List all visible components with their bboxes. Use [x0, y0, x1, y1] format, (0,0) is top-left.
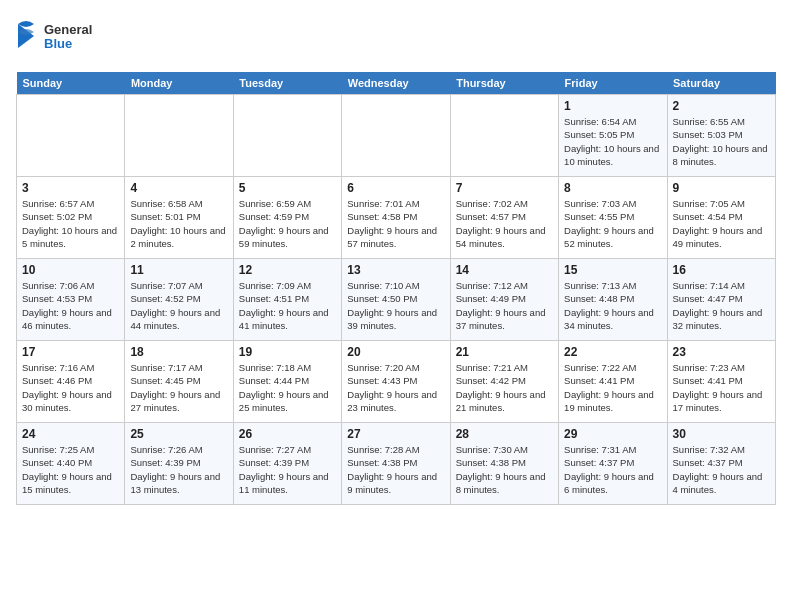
day-detail: Sunrise: 7:26 AM Sunset: 4:39 PM Dayligh…	[130, 443, 227, 496]
calendar-cell: 13Sunrise: 7:10 AM Sunset: 4:50 PM Dayli…	[342, 259, 450, 341]
calendar-cell: 22Sunrise: 7:22 AM Sunset: 4:41 PM Dayli…	[559, 341, 667, 423]
day-number: 20	[347, 345, 444, 359]
day-number: 22	[564, 345, 661, 359]
day-number: 7	[456, 181, 553, 195]
day-detail: Sunrise: 7:21 AM Sunset: 4:42 PM Dayligh…	[456, 361, 553, 414]
day-number: 27	[347, 427, 444, 441]
calendar-cell	[450, 95, 558, 177]
calendar-cell: 17Sunrise: 7:16 AM Sunset: 4:46 PM Dayli…	[17, 341, 125, 423]
logo: General Blue	[16, 16, 96, 60]
header-friday: Friday	[559, 72, 667, 95]
day-number: 26	[239, 427, 336, 441]
calendar-cell: 23Sunrise: 7:23 AM Sunset: 4:41 PM Dayli…	[667, 341, 775, 423]
header-wednesday: Wednesday	[342, 72, 450, 95]
day-detail: Sunrise: 7:16 AM Sunset: 4:46 PM Dayligh…	[22, 361, 119, 414]
calendar-cell: 14Sunrise: 7:12 AM Sunset: 4:49 PM Dayli…	[450, 259, 558, 341]
day-detail: Sunrise: 7:25 AM Sunset: 4:40 PM Dayligh…	[22, 443, 119, 496]
day-detail: Sunrise: 7:10 AM Sunset: 4:50 PM Dayligh…	[347, 279, 444, 332]
day-number: 24	[22, 427, 119, 441]
day-detail: Sunrise: 7:02 AM Sunset: 4:57 PM Dayligh…	[456, 197, 553, 250]
header-monday: Monday	[125, 72, 233, 95]
day-number: 15	[564, 263, 661, 277]
calendar-table: SundayMondayTuesdayWednesdayThursdayFrid…	[16, 72, 776, 505]
day-number: 1	[564, 99, 661, 113]
day-number: 12	[239, 263, 336, 277]
calendar-cell: 21Sunrise: 7:21 AM Sunset: 4:42 PM Dayli…	[450, 341, 558, 423]
day-number: 10	[22, 263, 119, 277]
calendar-cell: 30Sunrise: 7:32 AM Sunset: 4:37 PM Dayli…	[667, 423, 775, 505]
svg-text:General: General	[44, 22, 92, 37]
calendar-cell: 12Sunrise: 7:09 AM Sunset: 4:51 PM Dayli…	[233, 259, 341, 341]
day-detail: Sunrise: 6:54 AM Sunset: 5:05 PM Dayligh…	[564, 115, 661, 168]
day-number: 17	[22, 345, 119, 359]
day-detail: Sunrise: 7:03 AM Sunset: 4:55 PM Dayligh…	[564, 197, 661, 250]
day-detail: Sunrise: 7:20 AM Sunset: 4:43 PM Dayligh…	[347, 361, 444, 414]
day-detail: Sunrise: 7:23 AM Sunset: 4:41 PM Dayligh…	[673, 361, 770, 414]
svg-marker-3	[18, 24, 34, 48]
calendar-cell	[233, 95, 341, 177]
calendar-cell: 8Sunrise: 7:03 AM Sunset: 4:55 PM Daylig…	[559, 177, 667, 259]
calendar-cell: 25Sunrise: 7:26 AM Sunset: 4:39 PM Dayli…	[125, 423, 233, 505]
calendar-cell	[125, 95, 233, 177]
calendar-cell: 2Sunrise: 6:55 AM Sunset: 5:03 PM Daylig…	[667, 95, 775, 177]
day-number: 3	[22, 181, 119, 195]
header-tuesday: Tuesday	[233, 72, 341, 95]
calendar-cell	[17, 95, 125, 177]
day-number: 16	[673, 263, 770, 277]
day-number: 21	[456, 345, 553, 359]
calendar-cell: 9Sunrise: 7:05 AM Sunset: 4:54 PM Daylig…	[667, 177, 775, 259]
day-detail: Sunrise: 7:22 AM Sunset: 4:41 PM Dayligh…	[564, 361, 661, 414]
day-number: 13	[347, 263, 444, 277]
logo-svg: General Blue	[16, 16, 96, 60]
day-detail: Sunrise: 7:09 AM Sunset: 4:51 PM Dayligh…	[239, 279, 336, 332]
calendar-cell: 1Sunrise: 6:54 AM Sunset: 5:05 PM Daylig…	[559, 95, 667, 177]
day-number: 25	[130, 427, 227, 441]
week-row-4: 17Sunrise: 7:16 AM Sunset: 4:46 PM Dayli…	[17, 341, 776, 423]
day-number: 29	[564, 427, 661, 441]
calendar-cell: 28Sunrise: 7:30 AM Sunset: 4:38 PM Dayli…	[450, 423, 558, 505]
day-number: 28	[456, 427, 553, 441]
day-number: 4	[130, 181, 227, 195]
day-detail: Sunrise: 7:06 AM Sunset: 4:53 PM Dayligh…	[22, 279, 119, 332]
calendar-cell: 18Sunrise: 7:17 AM Sunset: 4:45 PM Dayli…	[125, 341, 233, 423]
day-detail: Sunrise: 7:30 AM Sunset: 4:38 PM Dayligh…	[456, 443, 553, 496]
day-detail: Sunrise: 7:28 AM Sunset: 4:38 PM Dayligh…	[347, 443, 444, 496]
calendar-cell: 7Sunrise: 7:02 AM Sunset: 4:57 PM Daylig…	[450, 177, 558, 259]
day-detail: Sunrise: 6:59 AM Sunset: 4:59 PM Dayligh…	[239, 197, 336, 250]
day-detail: Sunrise: 6:57 AM Sunset: 5:02 PM Dayligh…	[22, 197, 119, 250]
day-number: 6	[347, 181, 444, 195]
week-row-5: 24Sunrise: 7:25 AM Sunset: 4:40 PM Dayli…	[17, 423, 776, 505]
calendar-cell: 27Sunrise: 7:28 AM Sunset: 4:38 PM Dayli…	[342, 423, 450, 505]
day-number: 18	[130, 345, 227, 359]
calendar-cell: 10Sunrise: 7:06 AM Sunset: 4:53 PM Dayli…	[17, 259, 125, 341]
day-number: 30	[673, 427, 770, 441]
day-detail: Sunrise: 7:31 AM Sunset: 4:37 PM Dayligh…	[564, 443, 661, 496]
calendar-cell: 11Sunrise: 7:07 AM Sunset: 4:52 PM Dayli…	[125, 259, 233, 341]
day-number: 9	[673, 181, 770, 195]
calendar-cell: 16Sunrise: 7:14 AM Sunset: 4:47 PM Dayli…	[667, 259, 775, 341]
day-detail: Sunrise: 6:58 AM Sunset: 5:01 PM Dayligh…	[130, 197, 227, 250]
calendar-cell: 24Sunrise: 7:25 AM Sunset: 4:40 PM Dayli…	[17, 423, 125, 505]
day-number: 14	[456, 263, 553, 277]
day-number: 2	[673, 99, 770, 113]
calendar-cell: 5Sunrise: 6:59 AM Sunset: 4:59 PM Daylig…	[233, 177, 341, 259]
header-thursday: Thursday	[450, 72, 558, 95]
calendar-cell: 29Sunrise: 7:31 AM Sunset: 4:37 PM Dayli…	[559, 423, 667, 505]
day-detail: Sunrise: 7:01 AM Sunset: 4:58 PM Dayligh…	[347, 197, 444, 250]
day-detail: Sunrise: 6:55 AM Sunset: 5:03 PM Dayligh…	[673, 115, 770, 168]
page-header: General Blue	[16, 16, 776, 60]
day-detail: Sunrise: 7:12 AM Sunset: 4:49 PM Dayligh…	[456, 279, 553, 332]
day-detail: Sunrise: 7:07 AM Sunset: 4:52 PM Dayligh…	[130, 279, 227, 332]
calendar-cell: 15Sunrise: 7:13 AM Sunset: 4:48 PM Dayli…	[559, 259, 667, 341]
week-row-3: 10Sunrise: 7:06 AM Sunset: 4:53 PM Dayli…	[17, 259, 776, 341]
day-detail: Sunrise: 7:05 AM Sunset: 4:54 PM Dayligh…	[673, 197, 770, 250]
day-detail: Sunrise: 7:27 AM Sunset: 4:39 PM Dayligh…	[239, 443, 336, 496]
calendar-cell: 19Sunrise: 7:18 AM Sunset: 4:44 PM Dayli…	[233, 341, 341, 423]
day-number: 5	[239, 181, 336, 195]
week-row-1: 1Sunrise: 6:54 AM Sunset: 5:05 PM Daylig…	[17, 95, 776, 177]
day-detail: Sunrise: 7:18 AM Sunset: 4:44 PM Dayligh…	[239, 361, 336, 414]
day-detail: Sunrise: 7:17 AM Sunset: 4:45 PM Dayligh…	[130, 361, 227, 414]
calendar-cell: 26Sunrise: 7:27 AM Sunset: 4:39 PM Dayli…	[233, 423, 341, 505]
header-saturday: Saturday	[667, 72, 775, 95]
week-row-2: 3Sunrise: 6:57 AM Sunset: 5:02 PM Daylig…	[17, 177, 776, 259]
